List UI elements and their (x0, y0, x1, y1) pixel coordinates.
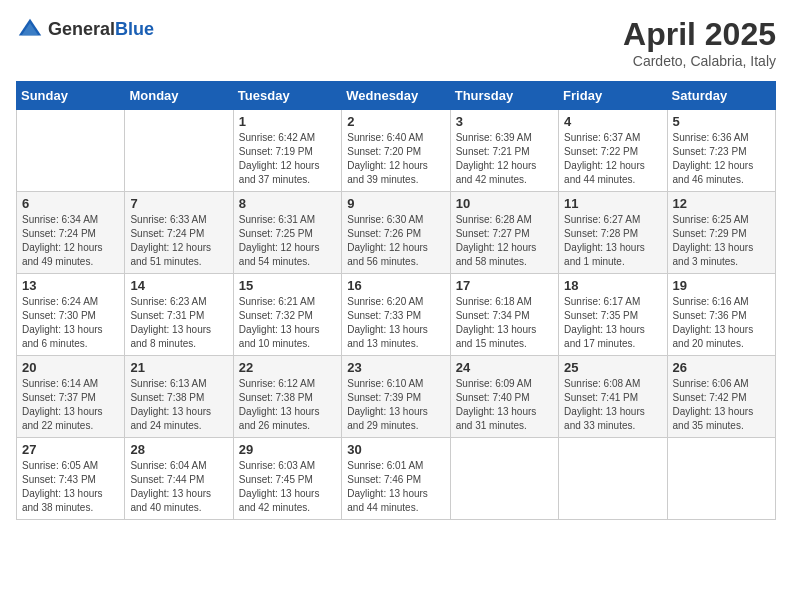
day-number: 7 (130, 196, 227, 211)
day-info: Sunrise: 6:14 AMSunset: 7:37 PMDaylight:… (22, 377, 119, 433)
logo-text: GeneralBlue (48, 20, 154, 40)
day-info: Sunrise: 6:28 AMSunset: 7:27 PMDaylight:… (456, 213, 553, 269)
day-number: 9 (347, 196, 444, 211)
day-info: Sunrise: 6:23 AMSunset: 7:31 PMDaylight:… (130, 295, 227, 351)
day-number: 5 (673, 114, 770, 129)
day-number: 8 (239, 196, 336, 211)
weekday-header-saturday: Saturday (667, 82, 775, 110)
week-row-3: 13Sunrise: 6:24 AMSunset: 7:30 PMDayligh… (17, 274, 776, 356)
calendar-cell: 29Sunrise: 6:03 AMSunset: 7:45 PMDayligh… (233, 438, 341, 520)
calendar-cell: 24Sunrise: 6:09 AMSunset: 7:40 PMDayligh… (450, 356, 558, 438)
calendar-cell: 12Sunrise: 6:25 AMSunset: 7:29 PMDayligh… (667, 192, 775, 274)
day-number: 16 (347, 278, 444, 293)
day-number: 1 (239, 114, 336, 129)
calendar-cell: 23Sunrise: 6:10 AMSunset: 7:39 PMDayligh… (342, 356, 450, 438)
day-info: Sunrise: 6:40 AMSunset: 7:20 PMDaylight:… (347, 131, 444, 187)
week-row-5: 27Sunrise: 6:05 AMSunset: 7:43 PMDayligh… (17, 438, 776, 520)
day-info: Sunrise: 6:27 AMSunset: 7:28 PMDaylight:… (564, 213, 661, 269)
day-number: 10 (456, 196, 553, 211)
calendar-cell: 7Sunrise: 6:33 AMSunset: 7:24 PMDaylight… (125, 192, 233, 274)
day-number: 12 (673, 196, 770, 211)
day-info: Sunrise: 6:37 AMSunset: 7:22 PMDaylight:… (564, 131, 661, 187)
weekday-header-monday: Monday (125, 82, 233, 110)
day-info: Sunrise: 6:21 AMSunset: 7:32 PMDaylight:… (239, 295, 336, 351)
day-number: 30 (347, 442, 444, 457)
weekday-header-sunday: Sunday (17, 82, 125, 110)
calendar-cell: 15Sunrise: 6:21 AMSunset: 7:32 PMDayligh… (233, 274, 341, 356)
day-info: Sunrise: 6:10 AMSunset: 7:39 PMDaylight:… (347, 377, 444, 433)
calendar-cell (17, 110, 125, 192)
day-info: Sunrise: 6:05 AMSunset: 7:43 PMDaylight:… (22, 459, 119, 515)
calendar-cell: 28Sunrise: 6:04 AMSunset: 7:44 PMDayligh… (125, 438, 233, 520)
day-info: Sunrise: 6:33 AMSunset: 7:24 PMDaylight:… (130, 213, 227, 269)
day-info: Sunrise: 6:20 AMSunset: 7:33 PMDaylight:… (347, 295, 444, 351)
day-number: 14 (130, 278, 227, 293)
calendar-cell: 8Sunrise: 6:31 AMSunset: 7:25 PMDaylight… (233, 192, 341, 274)
logo-blue-text: Blue (115, 19, 154, 39)
calendar-table: SundayMondayTuesdayWednesdayThursdayFrid… (16, 81, 776, 520)
calendar-cell: 18Sunrise: 6:17 AMSunset: 7:35 PMDayligh… (559, 274, 667, 356)
logo-general-text: General (48, 19, 115, 39)
logo: GeneralBlue (16, 16, 154, 44)
calendar-cell: 5Sunrise: 6:36 AMSunset: 7:23 PMDaylight… (667, 110, 775, 192)
day-number: 2 (347, 114, 444, 129)
calendar-cell: 9Sunrise: 6:30 AMSunset: 7:26 PMDaylight… (342, 192, 450, 274)
calendar-cell (125, 110, 233, 192)
calendar-cell: 3Sunrise: 6:39 AMSunset: 7:21 PMDaylight… (450, 110, 558, 192)
day-info: Sunrise: 6:25 AMSunset: 7:29 PMDaylight:… (673, 213, 770, 269)
calendar-cell: 6Sunrise: 6:34 AMSunset: 7:24 PMDaylight… (17, 192, 125, 274)
logo-icon (16, 16, 44, 44)
calendar-cell: 4Sunrise: 6:37 AMSunset: 7:22 PMDaylight… (559, 110, 667, 192)
calendar-cell: 14Sunrise: 6:23 AMSunset: 7:31 PMDayligh… (125, 274, 233, 356)
calendar-cell: 1Sunrise: 6:42 AMSunset: 7:19 PMDaylight… (233, 110, 341, 192)
calendar-cell: 10Sunrise: 6:28 AMSunset: 7:27 PMDayligh… (450, 192, 558, 274)
day-number: 28 (130, 442, 227, 457)
day-number: 3 (456, 114, 553, 129)
calendar-cell: 30Sunrise: 6:01 AMSunset: 7:46 PMDayligh… (342, 438, 450, 520)
day-info: Sunrise: 6:03 AMSunset: 7:45 PMDaylight:… (239, 459, 336, 515)
day-info: Sunrise: 6:13 AMSunset: 7:38 PMDaylight:… (130, 377, 227, 433)
calendar-cell: 19Sunrise: 6:16 AMSunset: 7:36 PMDayligh… (667, 274, 775, 356)
day-info: Sunrise: 6:06 AMSunset: 7:42 PMDaylight:… (673, 377, 770, 433)
calendar-cell: 16Sunrise: 6:20 AMSunset: 7:33 PMDayligh… (342, 274, 450, 356)
day-info: Sunrise: 6:31 AMSunset: 7:25 PMDaylight:… (239, 213, 336, 269)
weekday-header-row: SundayMondayTuesdayWednesdayThursdayFrid… (17, 82, 776, 110)
day-number: 4 (564, 114, 661, 129)
title-block: April 2025 Cardeto, Calabria, Italy (623, 16, 776, 69)
day-number: 18 (564, 278, 661, 293)
week-row-1: 1Sunrise: 6:42 AMSunset: 7:19 PMDaylight… (17, 110, 776, 192)
location: Cardeto, Calabria, Italy (623, 53, 776, 69)
day-number: 25 (564, 360, 661, 375)
day-info: Sunrise: 6:24 AMSunset: 7:30 PMDaylight:… (22, 295, 119, 351)
day-number: 20 (22, 360, 119, 375)
week-row-4: 20Sunrise: 6:14 AMSunset: 7:37 PMDayligh… (17, 356, 776, 438)
weekday-header-friday: Friday (559, 82, 667, 110)
month-title: April 2025 (623, 16, 776, 53)
calendar-cell (559, 438, 667, 520)
calendar-cell: 11Sunrise: 6:27 AMSunset: 7:28 PMDayligh… (559, 192, 667, 274)
calendar-cell: 2Sunrise: 6:40 AMSunset: 7:20 PMDaylight… (342, 110, 450, 192)
weekday-header-wednesday: Wednesday (342, 82, 450, 110)
calendar-cell: 21Sunrise: 6:13 AMSunset: 7:38 PMDayligh… (125, 356, 233, 438)
week-row-2: 6Sunrise: 6:34 AMSunset: 7:24 PMDaylight… (17, 192, 776, 274)
calendar-cell: 22Sunrise: 6:12 AMSunset: 7:38 PMDayligh… (233, 356, 341, 438)
day-number: 11 (564, 196, 661, 211)
day-info: Sunrise: 6:17 AMSunset: 7:35 PMDaylight:… (564, 295, 661, 351)
day-info: Sunrise: 6:16 AMSunset: 7:36 PMDaylight:… (673, 295, 770, 351)
day-info: Sunrise: 6:36 AMSunset: 7:23 PMDaylight:… (673, 131, 770, 187)
day-info: Sunrise: 6:34 AMSunset: 7:24 PMDaylight:… (22, 213, 119, 269)
day-number: 26 (673, 360, 770, 375)
calendar-cell: 17Sunrise: 6:18 AMSunset: 7:34 PMDayligh… (450, 274, 558, 356)
day-info: Sunrise: 6:12 AMSunset: 7:38 PMDaylight:… (239, 377, 336, 433)
calendar-cell (667, 438, 775, 520)
calendar-cell: 26Sunrise: 6:06 AMSunset: 7:42 PMDayligh… (667, 356, 775, 438)
day-number: 22 (239, 360, 336, 375)
calendar-cell: 25Sunrise: 6:08 AMSunset: 7:41 PMDayligh… (559, 356, 667, 438)
day-number: 29 (239, 442, 336, 457)
calendar-cell (450, 438, 558, 520)
day-number: 13 (22, 278, 119, 293)
page-header: GeneralBlue April 2025 Cardeto, Calabria… (16, 16, 776, 69)
day-number: 19 (673, 278, 770, 293)
day-number: 15 (239, 278, 336, 293)
day-info: Sunrise: 6:18 AMSunset: 7:34 PMDaylight:… (456, 295, 553, 351)
